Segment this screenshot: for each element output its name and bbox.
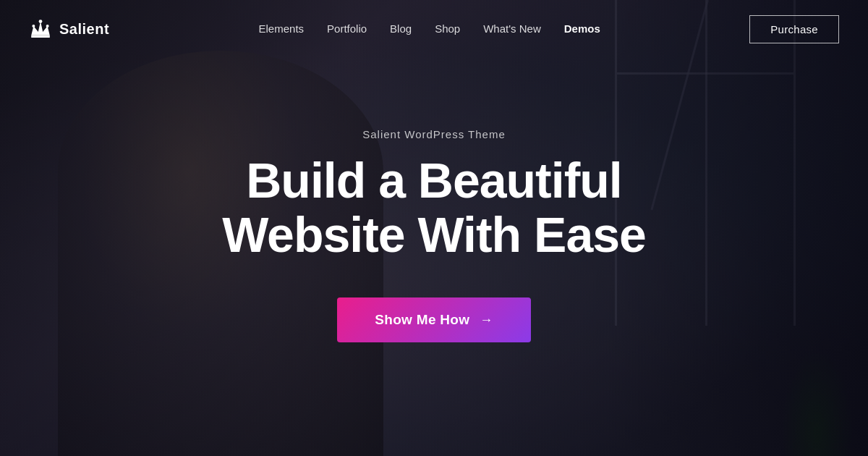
svg-point-1 (32, 25, 35, 28)
navbar: Salient Elements Portfolio Blog Shop Wha… (0, 0, 868, 58)
svg-point-2 (46, 25, 49, 28)
nav-item-blog[interactable]: Blog (390, 22, 412, 35)
nav-link-blog[interactable]: Blog (390, 22, 412, 35)
nav-link-portfolio[interactable]: Portfolio (327, 22, 367, 35)
hero-subtitle: Salient WordPress Theme (362, 128, 506, 140)
purchase-button[interactable]: Purchase (749, 15, 839, 43)
cta-label: Show Me How (375, 312, 469, 328)
hero-title-line2: Website With Ease (222, 207, 646, 262)
logo-link[interactable]: Salient (29, 19, 109, 39)
nav-link-whats-new[interactable]: What's New (483, 22, 541, 35)
nav-item-elements[interactable]: Elements (259, 22, 305, 35)
arrow-icon: → (480, 313, 493, 328)
nav-link-demos[interactable]: Demos (564, 22, 600, 35)
svg-point-0 (39, 20, 43, 23)
hero-title-line1: Build a Beautiful (246, 153, 621, 208)
nav-item-portfolio[interactable]: Portfolio (327, 22, 367, 35)
hero-content: Salient WordPress Theme Build a Beautifu… (222, 128, 646, 343)
nav-item-shop[interactable]: Shop (435, 22, 460, 35)
nav-link-elements[interactable]: Elements (259, 22, 305, 35)
show-me-how-button[interactable]: Show Me How → (337, 297, 530, 342)
logo-text: Salient (59, 21, 109, 38)
nav-links: Elements Portfolio Blog Shop What's New … (259, 22, 600, 35)
crown-icon (29, 19, 52, 39)
nav-item-demos[interactable]: Demos (564, 22, 600, 35)
hero-section: Salient Elements Portfolio Blog Shop Wha… (0, 0, 868, 456)
nav-item-whats-new[interactable]: What's New (483, 22, 541, 35)
nav-link-shop[interactable]: Shop (435, 22, 460, 35)
hero-title: Build a Beautiful Website With Ease (222, 153, 646, 262)
